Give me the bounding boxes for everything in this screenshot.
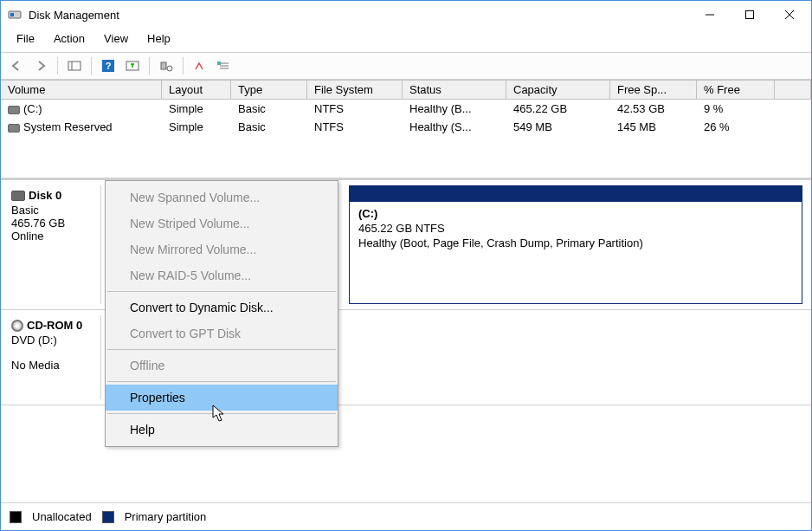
disk-icon <box>11 191 25 201</box>
disk-graph-area: Disk 0 Basic 465.76 GB Online (C:) 465.2… <box>1 178 811 502</box>
window: Disk Management File Action View Help ? … <box>0 0 812 531</box>
ctx-new-spanned: New Spanned Volume... <box>106 185 338 210</box>
titlebar[interactable]: Disk Management <box>1 1 811 29</box>
help-button[interactable]: ? <box>98 55 119 76</box>
partition-body: (C:) 465.22 GB NTFS Healthy (Boot, Page … <box>350 202 802 256</box>
cell-capacity: 549 MB <box>506 120 610 134</box>
maximize-button[interactable] <box>730 2 770 28</box>
cell-pctfree: 26 % <box>697 120 775 134</box>
partition-title: (C:) <box>358 207 377 220</box>
volume-list: Volume Layout Type File System Status Ca… <box>1 80 811 178</box>
toolbar-separator <box>183 57 184 74</box>
disk-info[interactable]: Disk 0 Basic 465.76 GB Online <box>6 185 101 304</box>
menu-file[interactable]: File <box>8 30 43 47</box>
back-button[interactable] <box>6 55 27 76</box>
legend-swatch-unallocated <box>10 511 22 523</box>
svg-rect-1 <box>10 13 14 16</box>
toolbar-separator <box>57 57 58 74</box>
show-hide-button[interactable] <box>64 55 85 76</box>
volume-row[interactable]: System Reserved Simple Basic NTFS Health… <box>1 118 811 136</box>
cell-pctfree: 9 % <box>697 101 775 116</box>
ctx-convert-gpt: Convert to GPT Disk <box>106 321 338 346</box>
ctx-help[interactable]: Help <box>106 417 338 443</box>
volume-list-header[interactable]: Volume Layout Type File System Status Ca… <box>1 80 811 100</box>
col-layout[interactable]: Layout <box>162 81 231 99</box>
volume-list-body[interactable]: (C:) Simple Basic NTFS Healthy (B... 465… <box>1 100 811 178</box>
window-title: Disk Management <box>29 9 690 22</box>
cell-type: Basic <box>231 120 307 134</box>
disk-status: No Media <box>11 359 99 372</box>
close-button[interactable] <box>770 2 809 28</box>
disk-size: 465.76 GB <box>11 217 99 230</box>
cell-status: Healthy (B... <box>403 101 506 116</box>
ctx-properties[interactable]: Properties <box>106 385 338 411</box>
ctx-new-mirrored: New Mirrored Volume... <box>106 236 338 262</box>
disk-title: Disk 0 <box>29 189 61 202</box>
partition-header <box>350 186 802 202</box>
minimize-button[interactable] <box>690 2 730 28</box>
cell-free: 145 MB <box>610 120 697 134</box>
col-capacity[interactable]: Capacity <box>506 81 610 99</box>
ctx-separator <box>107 291 336 292</box>
volume-row[interactable]: (C:) Simple Basic NTFS Healthy (B... 465… <box>1 100 811 118</box>
ctx-new-raid5: New RAID-5 Volume... <box>106 262 338 288</box>
ctx-convert-dynamic[interactable]: Convert to Dynamic Disk... <box>106 295 338 321</box>
svg-rect-6 <box>68 62 81 70</box>
cell-layout: Simple <box>162 120 231 134</box>
disk-type: DVD (D:) <box>11 333 99 346</box>
legend-label-unallocated: Unallocated <box>32 510 92 523</box>
legend-swatch-primary <box>102 511 114 523</box>
partition-status: Healthy (Boot, Page File, Crash Dump, Pr… <box>358 236 643 249</box>
partition-box[interactable]: (C:) 465.22 GB NTFS Healthy (Boot, Page … <box>349 185 802 304</box>
toolbar-separator <box>91 57 92 74</box>
svg-rect-16 <box>217 62 221 65</box>
vol-name: (C:) <box>23 102 42 115</box>
svg-rect-3 <box>746 11 754 19</box>
svg-rect-11 <box>161 62 166 69</box>
cell-fs: NTFS <box>307 120 403 134</box>
cell-fs: NTFS <box>307 101 403 116</box>
vol-name: System Reserved <box>23 120 113 133</box>
cell-layout: Simple <box>162 101 231 116</box>
col-volume[interactable]: Volume <box>1 81 162 99</box>
col-free[interactable]: Free Sp... <box>610 81 697 99</box>
ctx-separator <box>107 381 336 382</box>
cell-type: Basic <box>231 101 307 116</box>
list-settings-button[interactable] <box>214 55 235 76</box>
app-icon <box>8 8 22 22</box>
col-status[interactable]: Status <box>403 81 506 99</box>
menu-help[interactable]: Help <box>139 30 179 47</box>
drive-icon <box>8 124 20 133</box>
legend: Unallocated Primary partition <box>1 502 811 530</box>
menu-view[interactable]: View <box>95 30 137 47</box>
rescan-button[interactable] <box>156 55 177 76</box>
menu-action[interactable]: Action <box>45 30 93 47</box>
cdrom-icon <box>11 320 23 332</box>
cell-capacity: 465.22 GB <box>506 101 610 116</box>
ctx-separator <box>107 413 336 414</box>
col-pctfree[interactable]: % Free <box>697 81 775 99</box>
toolbar: ? <box>1 52 811 80</box>
drive-icon <box>8 106 20 114</box>
refresh-button[interactable] <box>122 55 143 76</box>
ctx-separator <box>107 349 336 350</box>
context-menu: New Spanned Volume... New Striped Volume… <box>105 180 338 447</box>
ctx-new-striped: New Striped Volume... <box>106 210 338 236</box>
col-type[interactable]: Type <box>231 81 307 99</box>
disk-status: Online <box>11 230 99 243</box>
settings-button[interactable] <box>190 55 210 76</box>
cell-free: 42.53 GB <box>610 101 697 116</box>
legend-label-primary: Primary partition <box>125 510 207 523</box>
disk-info[interactable]: CD-ROM 0 DVD (D:) No Media <box>6 315 101 399</box>
forward-button[interactable] <box>30 55 51 76</box>
disk-type: Basic <box>11 204 99 217</box>
toolbar-separator <box>149 57 150 74</box>
partition-size: 465.22 GB NTFS <box>358 222 445 235</box>
svg-point-12 <box>167 66 172 71</box>
svg-text:?: ? <box>106 61 112 71</box>
cell-status: Healthy (S... <box>403 120 506 134</box>
menubar: File Action View Help <box>1 29 811 52</box>
disk-title: CD-ROM 0 <box>27 319 82 332</box>
col-filesystem[interactable]: File System <box>307 81 403 99</box>
ctx-offline: Offline <box>106 353 338 379</box>
